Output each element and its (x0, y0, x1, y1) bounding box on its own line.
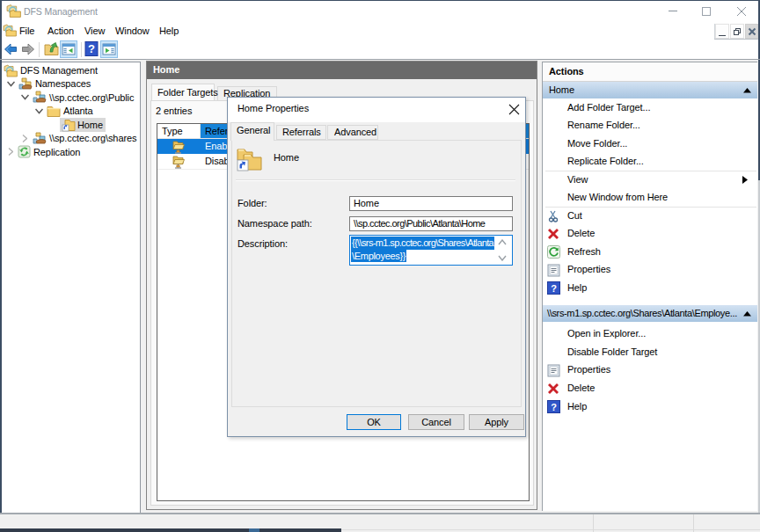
svg-text:?: ? (551, 283, 557, 294)
svg-text:?: ? (88, 42, 95, 55)
svg-text:?: ? (551, 402, 557, 412)
